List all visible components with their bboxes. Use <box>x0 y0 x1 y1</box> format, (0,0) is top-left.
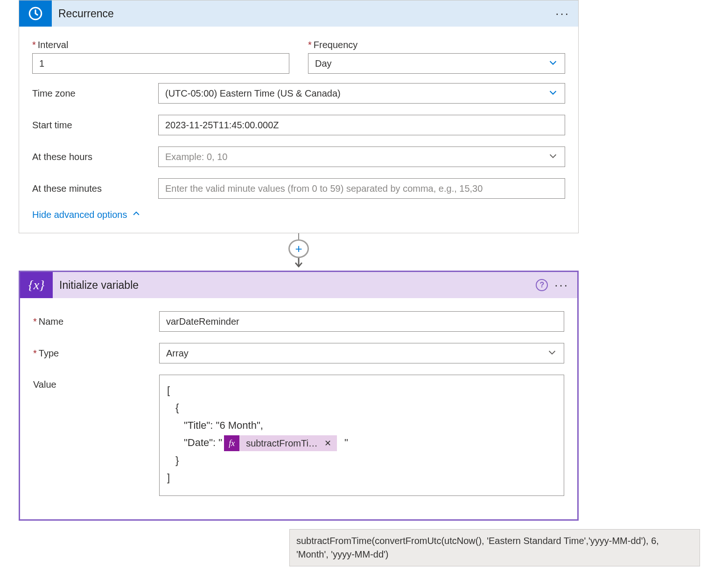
value-label: Value <box>33 375 159 390</box>
hide-advanced-link[interactable]: Hide advanced options <box>32 209 141 221</box>
json-date-line: "Date": "fxsubtractFromTi…✕ " <box>167 434 556 451</box>
recurrence-icon <box>19 0 52 27</box>
type-label: Type <box>33 348 159 359</box>
starttime-label: Start time <box>32 120 158 131</box>
init-header[interactable]: {x} Initialize variable ? ··· <box>20 272 577 298</box>
recurrence-header[interactable]: Recurrence ··· <box>19 0 578 27</box>
connector: + <box>19 233 579 271</box>
frequency-select[interactable]: Day <box>308 53 565 74</box>
date-suffix: " <box>344 437 348 448</box>
add-step-button[interactable]: + <box>288 239 309 258</box>
recurrence-card: Recurrence ··· Interval Frequency Day <box>19 0 579 233</box>
interval-input[interactable] <box>32 53 289 74</box>
plus-icon: + <box>295 242 302 256</box>
expression-pill[interactable]: fxsubtractFromTi…✕ <box>224 435 337 451</box>
timezone-value: (UTC-05:00) Eastern Time (US & Canada) <box>165 88 341 99</box>
fx-icon: fx <box>224 435 239 451</box>
initialize-variable-card: {x} Initialize variable ? ··· Name Type … <box>19 271 579 521</box>
close-icon[interactable]: ✕ <box>322 436 337 451</box>
json-brace: { <box>167 399 556 416</box>
init-body: Name Type Array Value <box>20 298 577 519</box>
chevron-down-icon <box>548 57 558 70</box>
recurrence-body: Interval Frequency Day Time zone <box>19 27 578 233</box>
chevron-down-icon <box>548 151 558 163</box>
variable-icon: {x} <box>20 272 53 298</box>
type-value: Array <box>166 348 189 359</box>
fx-text: subtractFromTi… <box>239 435 322 451</box>
hours-label: At these hours <box>32 152 158 162</box>
help-icon[interactable]: ? <box>536 279 548 291</box>
type-select[interactable]: Array <box>159 343 564 363</box>
name-label: Name <box>33 316 159 327</box>
json-bracket: [ <box>167 382 556 399</box>
starttime-input[interactable] <box>158 115 565 135</box>
json-brace-close: } <box>167 452 556 469</box>
value-input[interactable]: [ { "Title": "6 Month", "Date": "fxsubtr… <box>159 375 564 496</box>
more-icon[interactable]: ··· <box>554 278 569 293</box>
minutes-input[interactable] <box>158 178 565 199</box>
chevron-down-icon <box>548 87 558 100</box>
chevron-up-icon <box>132 209 141 221</box>
recurrence-title: Recurrence <box>52 7 555 20</box>
hours-select[interactable]: Example: 0, 10 <box>158 146 565 167</box>
minutes-label: At these minutes <box>32 183 158 194</box>
timezone-select[interactable]: (UTC-05:00) Eastern Time (US & Canada) <box>158 83 565 104</box>
chevron-down-icon <box>547 347 557 360</box>
init-title: Initialize variable <box>53 279 536 292</box>
timezone-label: Time zone <box>32 88 158 99</box>
json-title-line: "Title": "6 Month", <box>167 417 556 434</box>
frequency-value: Day <box>315 58 332 69</box>
frequency-label: Frequency <box>308 40 565 50</box>
hours-placeholder: Example: 0, 10 <box>165 152 227 162</box>
expression-tooltip: subtractFromTime(convertFromUtc(utcNow()… <box>289 529 700 566</box>
date-prefix: "Date": " <box>184 437 222 448</box>
hide-advanced-label: Hide advanced options <box>32 209 127 220</box>
json-bracket-close: ] <box>167 469 556 486</box>
name-input[interactable] <box>159 311 564 332</box>
more-icon[interactable]: ··· <box>555 7 570 21</box>
interval-label: Interval <box>32 40 289 50</box>
